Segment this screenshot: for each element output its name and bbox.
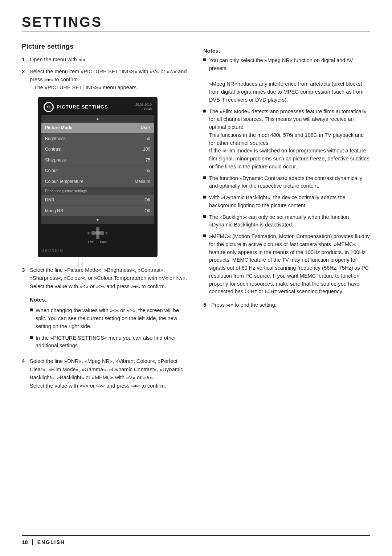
footer-page-number: 18 — [22, 539, 33, 545]
right-note-3-text: The function »Dynamic Contrast« adapts t… — [209, 175, 370, 191]
right-note-1-text: You can only select the »Mpeg NR« functi… — [209, 57, 370, 104]
dpad-right — [100, 231, 104, 235]
right-note-1: You can only select the »Mpeg NR« functi… — [203, 57, 370, 104]
tv-menu-title-area: ⚙ PICTURE SETTINGS — [44, 102, 108, 112]
right-note-5: The »Backlight« can only be set manually… — [203, 213, 370, 229]
footer-language: ENGLISH — [37, 539, 65, 545]
page-footer: 18 ENGLISH — [22, 535, 370, 545]
tv-value-contrast: 100 — [143, 146, 150, 153]
dpad-down — [96, 236, 99, 239]
right-note-2-text: The »Film Mode« detects and processes fe… — [209, 108, 370, 171]
tv-value-brightness: 50 — [146, 135, 150, 142]
tv-label-brightness: Brightness — [45, 135, 66, 142]
tv-row-colour: Colour 65 — [41, 165, 154, 176]
step-1: 1 Open the menu with »i«. — [22, 56, 189, 64]
tv-label-dnr: DNR — [45, 197, 54, 204]
step-content-3: Select the line »Picture Mode«, »Brightn… — [30, 266, 189, 353]
tv-row-mpeg-nr: Mpeg NR. Off — [41, 206, 154, 217]
tv-value-dnr: Off — [144, 197, 150, 204]
dpad-center — [95, 230, 100, 236]
tv-value-colour: 65 — [146, 167, 150, 174]
right-bullet-1 — [203, 58, 206, 61]
right-note-5-text: The »Backlight« can only be set manually… — [209, 213, 370, 229]
tv-label-colour: Colour — [45, 167, 58, 174]
tv-value-sharpness: 75 — [146, 157, 150, 164]
step-number-2: 2 — [22, 68, 30, 262]
dpad-up — [96, 227, 99, 230]
step-content-5: Press »i« to end the setting. — [211, 301, 370, 309]
right-note-4: With »Dynamic Backlight«, the device opt… — [203, 194, 370, 210]
tv-section-enhanced: Enhanced picture settings — [41, 187, 154, 195]
tv-value-mpeg-nr: Off — [144, 208, 150, 214]
step-number-1: 1 — [22, 56, 30, 64]
step-2: 2 Select the menu item »PICTURE SETTINGS… — [22, 68, 189, 262]
tv-menu-date: 20.09.201015:48 — [135, 103, 152, 111]
tv-row-contrast: Contrast 100 — [41, 144, 154, 155]
tv-value-picture-mode: User — [140, 124, 150, 131]
right-steps: 5 Press »i« to end the setting. — [203, 301, 370, 309]
tv-row-picture-mode: Picture Mode User — [41, 123, 154, 134]
left-column: Picture settings 1 Open the menu with »i… — [22, 42, 189, 393]
step3-notes-list: When changing the values with »<« or »>«… — [30, 307, 189, 350]
steps-list: 1 Open the menu with »i«. 2 Select the m… — [22, 56, 189, 390]
step-content-2: Select the menu item »PICTURE SETTINGS« … — [30, 68, 189, 262]
tv-label-contrast: Contrast — [45, 146, 61, 153]
right-note-6-text: »MEMC« (Motion Estimation, Motion Compen… — [209, 233, 370, 296]
bullet-icon-2 — [30, 336, 33, 339]
right-note-4-text: With »Dynamic Backlight«, the device opt… — [209, 194, 370, 210]
tv-back-label: Back — [100, 240, 107, 245]
tv-menu-label: PICTURE SETTINGS — [57, 103, 108, 111]
step3-notes-heading: Notes: — [30, 295, 189, 304]
tv-row-dnr: DNR Off — [41, 195, 154, 206]
page-title: SETTINGS — [22, 15, 370, 32]
tv-label-mpeg-nr: Mpeg NR. — [45, 208, 65, 214]
tv-menu: ⚙ PICTURE SETTINGS 20.09.201015:48 — [38, 97, 158, 257]
tv-value-colour-temp: Medium — [135, 178, 150, 185]
right-notes-list: You can only select the »Mpeg NR« functi… — [203, 57, 370, 296]
step3-note-2: In the »PICTURE SETTINGS« menu you can a… — [30, 334, 189, 350]
dpad-left — [91, 231, 95, 235]
tv-label-colour-temp: Colour Temperature — [45, 178, 83, 185]
step-content-4: Select the line »DNR«, »Mpeg NR«, »Vibra… — [30, 357, 189, 390]
tv-menu-body: ▲ Picture Mode User Brightness 50 — [41, 115, 154, 224]
step3-note-2-text: In the »PICTURE SETTINGS« menu you can a… — [36, 334, 189, 350]
step3-note-1-text: When changing the values with »<« or »>«… — [36, 307, 189, 330]
tv-menu-wrapper: COMFORTGUIDE ⚙ PICTURE SETTINGS — [38, 97, 158, 257]
step-number-5: 5 — [203, 301, 211, 309]
tv-exit-label: Exit — [88, 240, 93, 245]
right-bullet-3 — [203, 176, 206, 179]
step-5: 5 Press »i« to end the setting. — [203, 301, 370, 309]
grundig-logo: GRUNDIG — [41, 248, 154, 254]
step-number-4: 4 — [22, 357, 30, 390]
two-column-layout: Picture settings 1 Open the menu with »i… — [22, 42, 370, 393]
right-column: Notes: You can only select the »Mpeg NR«… — [203, 42, 370, 393]
step-4: 4 Select the line »DNR«, »Mpeg NR«, »Vib… — [22, 357, 189, 390]
step-3: 3 Select the line »Picture Mode«, »Brigh… — [22, 266, 189, 353]
right-bullet-4 — [203, 196, 206, 199]
step3-note-1: When changing the values with »<« or »>«… — [30, 307, 189, 330]
page-container: SETTINGS Picture settings 1 Open the men… — [0, 0, 392, 415]
tv-menu-header: ⚙ PICTURE SETTINGS 20.09.201015:48 — [41, 101, 154, 115]
step-number-3: 3 — [22, 266, 30, 353]
tv-bottom-bar: ① — [41, 224, 154, 246]
section-heading: Picture settings — [22, 42, 189, 50]
right-bullet-2 — [203, 110, 206, 113]
tv-scroll-up: ▲ — [41, 115, 154, 123]
tv-row-sharpness: Sharpness 75 — [41, 155, 154, 166]
tv-scroll-down: ▼ — [41, 216, 154, 224]
right-bullet-6 — [203, 234, 206, 237]
tv-label-picture-mode: Picture Mode — [45, 124, 72, 131]
step-content-1: Open the menu with »i«. — [30, 56, 189, 64]
tv-label-sharpness: Sharpness — [45, 157, 66, 164]
bullet-icon — [30, 308, 33, 311]
tv-row-colour-temp: Colour Temperature Medium — [41, 176, 154, 187]
tv-settings-icon: ⚙ — [44, 102, 54, 112]
right-bullet-5 — [203, 215, 206, 218]
right-notes-heading: Notes: — [203, 48, 370, 54]
right-note-6: »MEMC« (Motion Estimation, Motion Compen… — [203, 233, 370, 296]
tv-row-brightness: Brightness 50 — [41, 134, 154, 144]
right-note-2: The »Film Mode« detects and processes fe… — [203, 108, 370, 171]
tv-dpad — [91, 227, 104, 239]
right-note-3: The function »Dynamic Contrast« adapts t… — [203, 175, 370, 191]
